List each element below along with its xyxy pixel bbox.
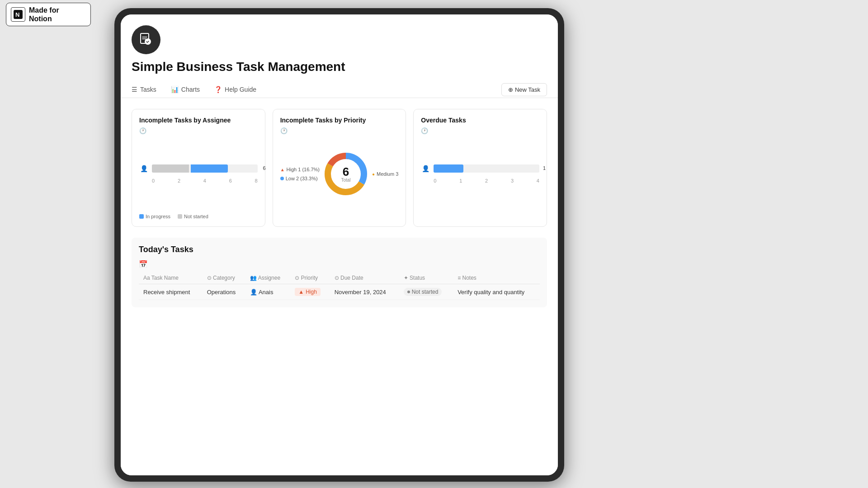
- x-axis-assignee: 0 2 4 6 8: [139, 178, 258, 183]
- col-task-name: Aa Task Name: [139, 272, 203, 284]
- cell-status: Not started: [399, 284, 453, 300]
- cell-notes: Verify quality and quantity: [453, 284, 540, 300]
- main-content: Incomplete Tasks by Assignee 🕐 👤 6: [121, 98, 558, 475]
- tasks-table: Aa Task Name ⊙ Category 👥 Assignee: [139, 272, 540, 300]
- nav-charts[interactable]: 📊 Charts: [171, 81, 200, 98]
- overdue-assignee-icon: 👤: [421, 165, 430, 172]
- category-icon: ⊙: [207, 275, 212, 281]
- nav-help[interactable]: ❓ Help Guide: [214, 81, 256, 98]
- col-notes: ≡ Notes: [453, 272, 540, 284]
- triangle-icon: ▲: [280, 167, 285, 172]
- today-tasks-icon-row: 📅: [139, 260, 540, 268]
- nav-tasks[interactable]: ☰ Tasks: [132, 81, 156, 98]
- donut-center: 6 Total: [341, 166, 350, 183]
- x-axis-overdue: 0 1 2 3 4: [421, 178, 539, 183]
- assignee-col-icon: 👥: [250, 275, 257, 281]
- legend-dot-blue: [139, 214, 144, 219]
- legend-not-started: Not started: [178, 214, 208, 219]
- cell-task-name: Receive shipment: [139, 284, 203, 300]
- svg-text:N: N: [15, 11, 19, 18]
- notion-badge-text: Made for Notion: [29, 6, 59, 23]
- page-header: Simple Business Task Management: [121, 14, 558, 81]
- bar-track: 6: [152, 164, 258, 173]
- donut-left-legend: ▲ High 1 (16.7%) Low 2 (33.3%): [280, 167, 320, 181]
- status-dot: [407, 291, 410, 293]
- status-col-icon: ✦: [404, 275, 408, 281]
- col-priority: ⊙ Priority: [290, 272, 330, 284]
- status-badge: Not started: [404, 288, 442, 296]
- bar-row-assignee: 👤 6: [139, 164, 258, 173]
- high-legend: ▲ High 1 (16.7%): [280, 167, 320, 172]
- col-category: ⊙ Category: [203, 272, 245, 284]
- page-title: Simple Business Task Management: [132, 60, 547, 74]
- cell-assignee: 👤 Anais: [245, 284, 290, 300]
- donut-right-legend: ● Medium 3: [372, 171, 398, 177]
- notes-col-icon: ≡: [458, 275, 461, 281]
- charts-icon: 📊: [171, 86, 179, 93]
- priority-chart-card: Incomplete Tasks by Priority 🕐 ▲ High 1 …: [273, 109, 406, 227]
- priority-chart-clock: 🕐: [280, 127, 399, 134]
- legend-in-progress: In progress: [139, 214, 170, 219]
- aa-icon: Aa: [143, 275, 150, 281]
- date-icon: ⊙: [335, 275, 339, 281]
- table-header-row: Aa Task Name ⊙ Category 👥 Assignee: [139, 272, 540, 284]
- donut-container: ▲ High 1 (16.7%) Low 2 (33.3%): [280, 138, 399, 210]
- overdue-bar-row: 👤 1: [421, 164, 539, 173]
- overdue-chart-card: Overdue Tasks 🕐 👤 1 0 1: [413, 109, 547, 227]
- table-row: Receive shipment Operations 👤 Anais ▲ Hi…: [139, 284, 540, 300]
- overdue-bar-track: 1: [434, 164, 539, 173]
- tablet-screen: Simple Business Task Management ☰ Tasks …: [121, 14, 558, 475]
- low-dot: [280, 177, 284, 180]
- medium-legend: ● Medium 3: [372, 171, 398, 177]
- assignee-chart-clock: 🕐: [139, 127, 258, 134]
- plus-icon: ⊕: [508, 86, 513, 93]
- assignee-chart-title: Incomplete Tasks by Assignee: [139, 117, 258, 124]
- cell-category: Operations: [203, 284, 245, 300]
- today-tasks-section: Today's Tasks 📅 Aa Task Name ⊙: [132, 238, 547, 307]
- page-icon: [132, 25, 160, 54]
- charts-row: Incomplete Tasks by Assignee 🕐 👤 6: [132, 109, 547, 227]
- assignee-chart-legend: In progress Not started: [139, 214, 258, 219]
- nav-bar: ☰ Tasks 📊 Charts ❓ Help Guide ⊕ New Task: [121, 81, 558, 98]
- priority-triangle: ▲: [298, 289, 304, 295]
- calendar-icon: 📅: [139, 260, 148, 268]
- new-task-button[interactable]: ⊕ New Task: [501, 83, 547, 96]
- tasks-icon: ☰: [132, 86, 137, 93]
- notion-badge: N Made for Notion: [6, 3, 91, 26]
- col-assignee: 👥 Assignee: [245, 272, 290, 284]
- circle-icon: ●: [372, 172, 375, 177]
- col-due-date: ⊙ Due Date: [330, 272, 399, 284]
- low-legend: Low 2 (33.3%): [280, 176, 320, 181]
- overdue-chart-title: Overdue Tasks: [421, 117, 539, 124]
- priority-chart-title: Incomplete Tasks by Priority: [280, 117, 399, 124]
- assignee-icon: 👤: [139, 165, 148, 172]
- col-status: ✦ Status: [399, 272, 453, 284]
- tablet-frame: Simple Business Task Management ☰ Tasks …: [114, 8, 564, 482]
- donut-svg-wrap: 6 Total: [321, 149, 371, 199]
- assignee-icon: 👤: [250, 289, 257, 296]
- overdue-chart-clock: 🕐: [421, 127, 539, 134]
- cell-priority: ▲ High: [290, 284, 330, 300]
- today-tasks-title: Today's Tasks: [139, 245, 540, 254]
- overdue-bar-chart: 👤 1 0 1 2 3 4: [421, 138, 539, 210]
- notion-icon: N: [11, 7, 25, 22]
- legend-dot-grey: [178, 214, 182, 219]
- help-icon: ❓: [214, 86, 222, 93]
- assignee-chart-card: Incomplete Tasks by Assignee 🕐 👤 6: [132, 109, 265, 227]
- assignee-bar-chart: 👤 6 0 2 4 6 8: [139, 138, 258, 210]
- priority-col-icon: ⊙: [295, 275, 299, 281]
- priority-badge: ▲ High: [295, 288, 321, 296]
- cell-due-date: November 19, 2024: [330, 284, 399, 300]
